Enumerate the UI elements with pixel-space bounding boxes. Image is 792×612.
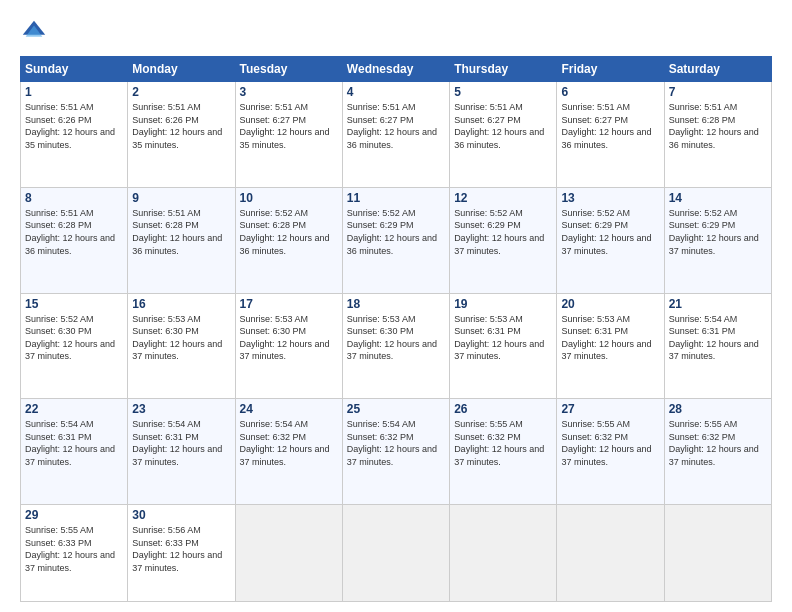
weekday-sunday: Sunday: [21, 57, 128, 82]
calendar-cell: 10 Sunrise: 5:52 AMSunset: 6:28 PMDaylig…: [235, 187, 342, 293]
day-number: 23: [132, 402, 230, 416]
day-info: Sunrise: 5:52 AMSunset: 6:30 PMDaylight:…: [25, 314, 115, 362]
weekday-thursday: Thursday: [450, 57, 557, 82]
day-number: 17: [240, 297, 338, 311]
calendar-cell: 8 Sunrise: 5:51 AMSunset: 6:28 PMDayligh…: [21, 187, 128, 293]
day-info: Sunrise: 5:53 AMSunset: 6:30 PMDaylight:…: [347, 314, 437, 362]
day-info: Sunrise: 5:52 AMSunset: 6:29 PMDaylight:…: [561, 208, 651, 256]
weekday-header-row: SundayMondayTuesdayWednesdayThursdayFrid…: [21, 57, 772, 82]
day-number: 12: [454, 191, 552, 205]
day-info: Sunrise: 5:51 AMSunset: 6:28 PMDaylight:…: [669, 102, 759, 150]
calendar-cell: 5 Sunrise: 5:51 AMSunset: 6:27 PMDayligh…: [450, 82, 557, 188]
weekday-friday: Friday: [557, 57, 664, 82]
calendar-cell: [557, 505, 664, 602]
calendar-cell: 19 Sunrise: 5:53 AMSunset: 6:31 PMDaylig…: [450, 293, 557, 399]
calendar-cell: 22 Sunrise: 5:54 AMSunset: 6:31 PMDaylig…: [21, 399, 128, 505]
weekday-monday: Monday: [128, 57, 235, 82]
day-number: 29: [25, 508, 123, 522]
day-info: Sunrise: 5:55 AMSunset: 6:32 PMDaylight:…: [669, 419, 759, 467]
calendar-cell: 24 Sunrise: 5:54 AMSunset: 6:32 PMDaylig…: [235, 399, 342, 505]
day-info: Sunrise: 5:56 AMSunset: 6:33 PMDaylight:…: [132, 525, 222, 573]
day-number: 10: [240, 191, 338, 205]
calendar-cell: 21 Sunrise: 5:54 AMSunset: 6:31 PMDaylig…: [664, 293, 771, 399]
logo-icon: [20, 18, 48, 46]
calendar-cell: 6 Sunrise: 5:51 AMSunset: 6:27 PMDayligh…: [557, 82, 664, 188]
day-info: Sunrise: 5:54 AMSunset: 6:32 PMDaylight:…: [347, 419, 437, 467]
weekday-wednesday: Wednesday: [342, 57, 449, 82]
day-info: Sunrise: 5:55 AMSunset: 6:32 PMDaylight:…: [561, 419, 651, 467]
calendar-table: SundayMondayTuesdayWednesdayThursdayFrid…: [20, 56, 772, 602]
day-number: 25: [347, 402, 445, 416]
calendar-cell: 11 Sunrise: 5:52 AMSunset: 6:29 PMDaylig…: [342, 187, 449, 293]
day-info: Sunrise: 5:52 AMSunset: 6:29 PMDaylight:…: [669, 208, 759, 256]
calendar-cell: 20 Sunrise: 5:53 AMSunset: 6:31 PMDaylig…: [557, 293, 664, 399]
day-number: 30: [132, 508, 230, 522]
calendar-cell: 9 Sunrise: 5:51 AMSunset: 6:28 PMDayligh…: [128, 187, 235, 293]
calendar-cell: [235, 505, 342, 602]
day-number: 20: [561, 297, 659, 311]
day-number: 21: [669, 297, 767, 311]
day-info: Sunrise: 5:54 AMSunset: 6:31 PMDaylight:…: [25, 419, 115, 467]
day-number: 24: [240, 402, 338, 416]
calendar-cell: 17 Sunrise: 5:53 AMSunset: 6:30 PMDaylig…: [235, 293, 342, 399]
day-number: 14: [669, 191, 767, 205]
calendar-cell: 7 Sunrise: 5:51 AMSunset: 6:28 PMDayligh…: [664, 82, 771, 188]
day-number: 5: [454, 85, 552, 99]
day-info: Sunrise: 5:52 AMSunset: 6:28 PMDaylight:…: [240, 208, 330, 256]
day-info: Sunrise: 5:52 AMSunset: 6:29 PMDaylight:…: [347, 208, 437, 256]
day-number: 11: [347, 191, 445, 205]
day-number: 3: [240, 85, 338, 99]
calendar-week-row: 1 Sunrise: 5:51 AMSunset: 6:26 PMDayligh…: [21, 82, 772, 188]
day-number: 7: [669, 85, 767, 99]
day-info: Sunrise: 5:51 AMSunset: 6:26 PMDaylight:…: [25, 102, 115, 150]
day-number: 27: [561, 402, 659, 416]
calendar-cell: 14 Sunrise: 5:52 AMSunset: 6:29 PMDaylig…: [664, 187, 771, 293]
day-number: 13: [561, 191, 659, 205]
calendar-week-row: 29 Sunrise: 5:55 AMSunset: 6:33 PMDaylig…: [21, 505, 772, 602]
calendar-cell: [450, 505, 557, 602]
day-number: 26: [454, 402, 552, 416]
page: SundayMondayTuesdayWednesdayThursdayFrid…: [0, 0, 792, 612]
day-number: 4: [347, 85, 445, 99]
calendar-cell: 12 Sunrise: 5:52 AMSunset: 6:29 PMDaylig…: [450, 187, 557, 293]
calendar-cell: 25 Sunrise: 5:54 AMSunset: 6:32 PMDaylig…: [342, 399, 449, 505]
calendar-cell: 16 Sunrise: 5:53 AMSunset: 6:30 PMDaylig…: [128, 293, 235, 399]
day-info: Sunrise: 5:52 AMSunset: 6:29 PMDaylight:…: [454, 208, 544, 256]
calendar-cell: [664, 505, 771, 602]
day-info: Sunrise: 5:51 AMSunset: 6:28 PMDaylight:…: [25, 208, 115, 256]
calendar-cell: 30 Sunrise: 5:56 AMSunset: 6:33 PMDaylig…: [128, 505, 235, 602]
day-info: Sunrise: 5:54 AMSunset: 6:31 PMDaylight:…: [132, 419, 222, 467]
day-number: 6: [561, 85, 659, 99]
day-info: Sunrise: 5:55 AMSunset: 6:32 PMDaylight:…: [454, 419, 544, 467]
day-info: Sunrise: 5:51 AMSunset: 6:26 PMDaylight:…: [132, 102, 222, 150]
calendar-cell: 26 Sunrise: 5:55 AMSunset: 6:32 PMDaylig…: [450, 399, 557, 505]
day-number: 28: [669, 402, 767, 416]
day-info: Sunrise: 5:51 AMSunset: 6:27 PMDaylight:…: [454, 102, 544, 150]
day-info: Sunrise: 5:51 AMSunset: 6:28 PMDaylight:…: [132, 208, 222, 256]
logo: [20, 18, 52, 46]
calendar-cell: [342, 505, 449, 602]
day-number: 9: [132, 191, 230, 205]
day-info: Sunrise: 5:53 AMSunset: 6:30 PMDaylight:…: [132, 314, 222, 362]
day-info: Sunrise: 5:53 AMSunset: 6:31 PMDaylight:…: [561, 314, 651, 362]
day-info: Sunrise: 5:51 AMSunset: 6:27 PMDaylight:…: [240, 102, 330, 150]
day-info: Sunrise: 5:54 AMSunset: 6:31 PMDaylight:…: [669, 314, 759, 362]
day-number: 16: [132, 297, 230, 311]
day-number: 18: [347, 297, 445, 311]
calendar-cell: 3 Sunrise: 5:51 AMSunset: 6:27 PMDayligh…: [235, 82, 342, 188]
day-info: Sunrise: 5:51 AMSunset: 6:27 PMDaylight:…: [561, 102, 651, 150]
day-number: 15: [25, 297, 123, 311]
calendar-cell: 23 Sunrise: 5:54 AMSunset: 6:31 PMDaylig…: [128, 399, 235, 505]
day-info: Sunrise: 5:51 AMSunset: 6:27 PMDaylight:…: [347, 102, 437, 150]
calendar-week-row: 15 Sunrise: 5:52 AMSunset: 6:30 PMDaylig…: [21, 293, 772, 399]
day-number: 1: [25, 85, 123, 99]
day-number: 8: [25, 191, 123, 205]
calendar-cell: 13 Sunrise: 5:52 AMSunset: 6:29 PMDaylig…: [557, 187, 664, 293]
calendar-cell: 29 Sunrise: 5:55 AMSunset: 6:33 PMDaylig…: [21, 505, 128, 602]
calendar-cell: 4 Sunrise: 5:51 AMSunset: 6:27 PMDayligh…: [342, 82, 449, 188]
day-info: Sunrise: 5:53 AMSunset: 6:30 PMDaylight:…: [240, 314, 330, 362]
calendar-cell: 1 Sunrise: 5:51 AMSunset: 6:26 PMDayligh…: [21, 82, 128, 188]
header: [20, 18, 772, 46]
day-number: 2: [132, 85, 230, 99]
calendar-week-row: 22 Sunrise: 5:54 AMSunset: 6:31 PMDaylig…: [21, 399, 772, 505]
